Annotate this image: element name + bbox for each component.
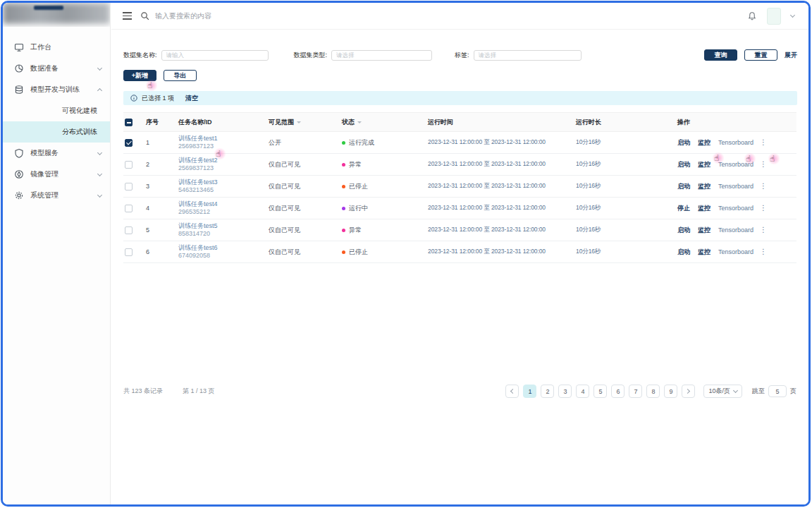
monitor-icon (14, 42, 24, 52)
duration-value: 10分16秒 (574, 219, 676, 241)
task-id[interactable]: 2569837123 (178, 164, 266, 172)
sidebar-item-label: 数据准备 (30, 64, 98, 73)
page-button[interactable]: 3 (558, 385, 572, 398)
col-scope[interactable]: 可见范围 (267, 113, 340, 132)
task-name-link[interactable]: 训练任务test4 (178, 200, 266, 208)
row-checkbox[interactable] (125, 139, 133, 147)
stop-link[interactable]: 停止 (677, 205, 690, 212)
sidebar-item-data-prep[interactable]: 数据准备 (3, 58, 110, 79)
page-button[interactable]: 7 (629, 385, 642, 398)
start-link[interactable]: 启动 (677, 161, 690, 168)
page-size-select[interactable]: 10条/页 (703, 385, 742, 398)
dataset-type-select[interactable] (331, 50, 432, 61)
clear-selection-link[interactable]: 清空 (185, 94, 198, 103)
page-button[interactable]: 8 (646, 385, 660, 398)
start-link[interactable]: 启动 (677, 139, 690, 146)
more-icon[interactable]: ⋮ (760, 248, 767, 255)
task-id[interactable]: 858314720 (178, 230, 266, 238)
sidebar-item-system-mgmt[interactable]: 系统管理 (3, 185, 110, 206)
start-link[interactable]: 启动 (677, 226, 690, 234)
prev-page-button[interactable] (505, 385, 519, 398)
more-icon[interactable]: ⋮ (760, 138, 767, 146)
bell-icon[interactable] (747, 11, 757, 21)
task-name-link[interactable]: 训练任务test2 (178, 157, 266, 164)
row-checkbox[interactable] (125, 226, 133, 234)
more-icon[interactable]: ⋮ (760, 204, 767, 212)
select-all-checkbox[interactable] (125, 119, 133, 126)
shield-icon (14, 148, 24, 158)
sidebar-item-model-service[interactable]: 模型服务 (3, 143, 110, 164)
monitor-link[interactable]: 监控 (698, 139, 710, 146)
row-checkbox[interactable] (125, 183, 133, 190)
hamburger-menu-icon[interactable] (123, 12, 132, 20)
monitor-link[interactable]: 监控 (698, 161, 710, 168)
tag-select[interactable] (474, 50, 582, 61)
tensorboard-link[interactable]: Tensorboard (718, 139, 753, 146)
sidebar-item-visual-modeling[interactable]: 可视化建模 (3, 100, 110, 121)
tensorboard-link[interactable]: Tensorboard (718, 205, 753, 212)
page-button[interactable]: 5 (593, 385, 607, 398)
page-button[interactable]: 4 (576, 385, 589, 398)
sidebar-nav: 工作台 数据准备 模型开发与训练 可视化建模 分布式训练 (3, 27, 110, 206)
next-page-button[interactable] (682, 385, 695, 398)
filter-buttons: 查询 重置 展开 (704, 49, 797, 61)
avatar[interactable] (767, 8, 781, 25)
task-id[interactable]: 296535212 (178, 208, 266, 216)
expand-link[interactable]: 展开 (785, 51, 797, 60)
dataset-name-input[interactable] (161, 50, 269, 61)
more-icon[interactable]: ⋮ (760, 182, 767, 190)
tensorboard-link[interactable]: Tensorboard (718, 183, 753, 190)
page-button[interactable]: 1 (523, 385, 536, 398)
row-index: 3 (144, 176, 177, 198)
add-button[interactable]: +新增 (123, 70, 156, 81)
reset-button[interactable]: 重置 (744, 49, 777, 61)
table-row: 5 训练任务test5858314720 仅自己可见 异常 2023-12-31… (123, 219, 796, 241)
search-button[interactable]: 查询 (704, 49, 737, 61)
task-name-link[interactable]: 训练任务test1 (178, 135, 266, 143)
global-search-input[interactable] (155, 12, 367, 20)
tensorboard-link[interactable]: Tensorboard (718, 248, 753, 255)
status-label: 运行中 (349, 205, 368, 212)
chevron-down-icon[interactable] (790, 13, 795, 18)
chevron-up-icon (97, 88, 102, 93)
task-id[interactable]: 674092058 (178, 252, 266, 260)
task-id[interactable]: 5463213465 (178, 186, 266, 194)
export-button[interactable]: 导出 (164, 70, 197, 81)
sidebar-item-distributed-training[interactable]: 分布式训练 (3, 121, 110, 143)
row-checkbox[interactable] (125, 248, 133, 256)
monitor-link[interactable]: 监控 (698, 183, 710, 190)
row-checkbox[interactable] (125, 161, 133, 169)
monitor-link[interactable]: 监控 (698, 248, 710, 255)
sidebar-item-model-dev[interactable]: 模型开发与训练 (3, 79, 110, 100)
page-button[interactable]: 2 (541, 385, 554, 398)
task-name-link[interactable]: 训练任务test5 (178, 222, 266, 230)
task-name-link[interactable]: 训练任务test6 (178, 244, 266, 252)
page-button[interactable]: 6 (611, 385, 625, 398)
table-header-row: 序号 任务名称/ID 可见范围 状态 运行时间 运行时长 操作 (123, 113, 796, 132)
jump-suffix: 页 (790, 387, 796, 396)
task-name-link[interactable]: 训练任务test3 (178, 179, 266, 186)
sidebar-item-image-mgmt[interactable]: 镜像管理 (3, 164, 110, 185)
task-id[interactable]: 2569837123 (178, 143, 266, 150)
jump-page-input[interactable] (768, 385, 787, 397)
status-label: 异常 (349, 161, 362, 168)
tensorboard-link[interactable]: Tensorboard (718, 226, 753, 234)
page-button[interactable]: 9 (664, 385, 677, 398)
monitor-link[interactable]: 监控 (698, 226, 710, 234)
monitor-link[interactable]: 监控 (698, 205, 710, 212)
start-link[interactable]: 启动 (677, 248, 690, 255)
sidebar-item-workbench[interactable]: 工作台 (3, 37, 110, 58)
table-row: 3 训练任务test35463213465 仅自己可见 已停止 2023-12-… (123, 176, 796, 198)
start-link[interactable]: 启动 (677, 183, 690, 190)
duration-value: 10分16秒 (574, 176, 676, 198)
status-dot (342, 229, 345, 232)
logo (3, 3, 110, 27)
row-checkbox[interactable] (125, 205, 133, 212)
col-status[interactable]: 状态 (340, 113, 426, 132)
tensorboard-link[interactable]: Tensorboard (718, 161, 753, 168)
more-icon[interactable]: ⋮ (760, 160, 767, 168)
row-index: 2 (144, 154, 177, 176)
more-icon[interactable]: ⋮ (760, 226, 767, 234)
logo-dash (34, 6, 63, 10)
total-records-text: 共 123 条记录 (123, 387, 163, 396)
